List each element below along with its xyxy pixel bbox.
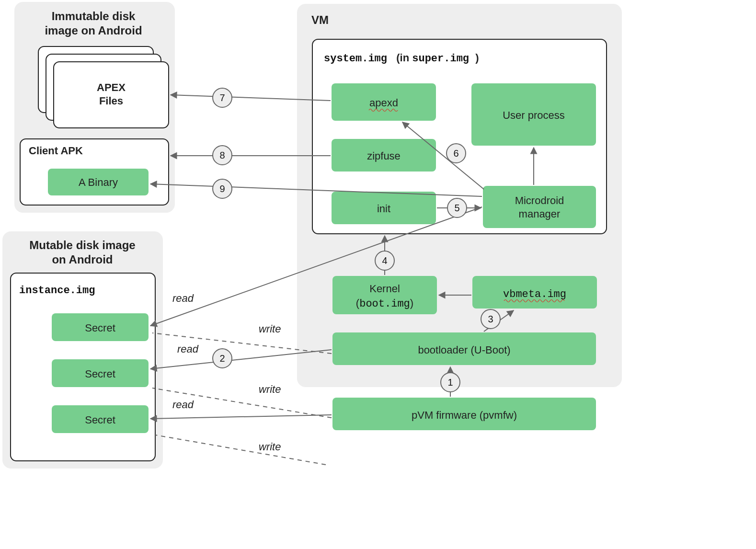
svg-text:8: 8 [219, 150, 225, 160]
kernel-l2c: ) [410, 297, 413, 309]
svg-text:9: 9 [219, 183, 225, 194]
badge-2: 2 [213, 349, 232, 368]
write-lower: write [259, 441, 281, 453]
init-label: init [377, 203, 390, 215]
pvmfw-label: pVM firmware (pvmfw) [412, 409, 517, 421]
system-img-d: ) [475, 52, 479, 64]
badge-9: 9 [213, 179, 232, 198]
vm-title: VM [311, 13, 329, 26]
system-img-b: (in [396, 52, 412, 64]
read-top: read [172, 292, 194, 304]
svg-text:5: 5 [454, 203, 459, 213]
kernel-l2: (boot.img) [356, 297, 413, 310]
mutable-title-l2: on Android [52, 253, 113, 266]
system-img-a: system.img [324, 53, 387, 65]
system-img-c: super.img [412, 53, 469, 65]
a-binary-label: A Binary [79, 176, 118, 188]
kernel-l2b: boot.img [359, 298, 410, 310]
svg-text:1: 1 [447, 377, 453, 388]
vbmeta-label: vbmeta.img [503, 288, 566, 300]
microdroid-l2: manager [519, 208, 561, 220]
microdroid-chip [483, 186, 596, 228]
svg-text:4: 4 [382, 255, 387, 266]
dash-lower-write [155, 435, 326, 465]
apex-label-l2: Files [99, 95, 123, 107]
svg-text:2: 2 [219, 353, 225, 364]
svg-text:7: 7 [219, 92, 225, 103]
apex-label-l1: APEX [97, 81, 126, 93]
secret-1-label: Secret [85, 322, 115, 334]
diagram-canvas: Immutable disk image on Android APEX Fil… [0, 0, 756, 549]
read-pvmfw: read [172, 399, 194, 411]
kernel-l1: Kernel [369, 283, 400, 295]
write-bootloader: write [259, 323, 281, 335]
secret-2-label: Secret [85, 368, 115, 380]
svg-text:3: 3 [488, 314, 493, 324]
badge-6: 6 [447, 144, 466, 163]
mutable-title-l1: Mutable disk image [29, 239, 135, 252]
write-pvmfw-upper: write [259, 383, 281, 395]
svg-text:6: 6 [453, 148, 458, 159]
zipfuse-label: zipfuse [367, 150, 401, 162]
bootloader-label: bootloader (U-Boot) [418, 344, 510, 356]
badge-1: 1 [441, 373, 460, 392]
badge-7: 7 [213, 88, 232, 107]
client-apk-label: Client APK [29, 145, 83, 157]
secret-3-label: Secret [85, 414, 115, 426]
immutable-title-l2: image on Android [45, 24, 142, 37]
arrow-pvmfw-read [150, 415, 332, 419]
badge-8: 8 [213, 146, 232, 165]
read-2: read [177, 343, 199, 355]
apexd-label: apexd [369, 97, 398, 109]
system-img-label: system.img (in super.img ) [324, 52, 479, 65]
user-process-label: User process [503, 109, 565, 121]
microdroid-l1: Microdroid [515, 194, 564, 206]
badge-3: 3 [481, 309, 500, 329]
badge-5: 5 [447, 198, 467, 217]
instance-img-label: instance.img [19, 285, 95, 297]
badge-4: 4 [375, 251, 394, 270]
immutable-title-l1: Immutable disk [52, 10, 136, 23]
